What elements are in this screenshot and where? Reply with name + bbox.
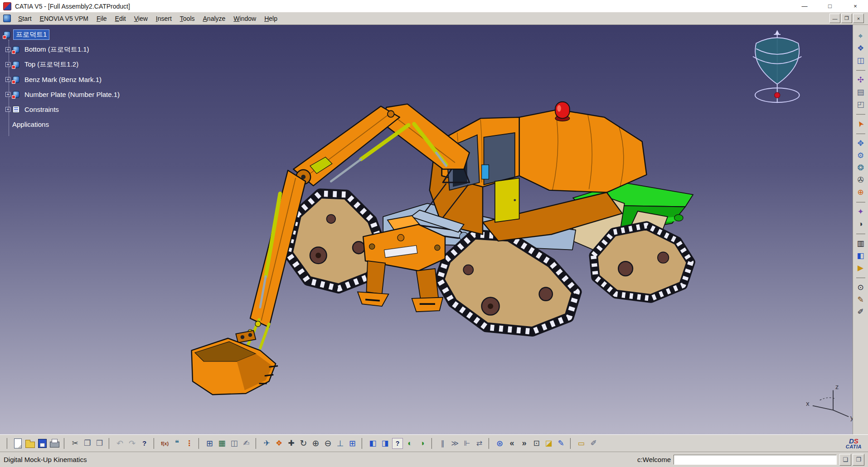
tree-label[interactable]: Benz Mark (Benz Mark.1) (22, 75, 104, 84)
update-icon[interactable]: ⊛ (494, 437, 506, 449)
hide-show-icon[interactable]: ◐ (404, 437, 416, 449)
menu-item-insert[interactable]: Insert (152, 13, 176, 24)
minimize-button[interactable]: — (792, 0, 817, 12)
replay-icon[interactable]: ✇ (854, 174, 867, 186)
knowledge-icon[interactable]: ⋮ (183, 437, 195, 449)
new-document-icon[interactable] (12, 437, 24, 449)
mdi-close-button[interactable]: × (853, 14, 864, 23)
visibility-swap-icon[interactable]: ◑ (416, 437, 428, 449)
redo-icon[interactable]: ↷ (126, 437, 138, 449)
track-icon[interactable]: ▥ (854, 237, 867, 250)
tree-label[interactable]: Bottom (프로덕트1.1) (22, 45, 92, 54)
zoom-in-icon[interactable]: ⊕ (310, 437, 322, 449)
measure-item-icon[interactable]: ✐ (587, 437, 600, 449)
menu-item-edit[interactable]: Edit (111, 13, 130, 24)
expand-icon[interactable]: + (5, 92, 10, 97)
maximize-button[interactable]: □ (817, 0, 843, 12)
section-list-icon[interactable]: ▤ (854, 86, 867, 98)
shuttle-icon[interactable]: ◧ (854, 250, 867, 262)
help-query-icon[interactable]: ? (392, 438, 403, 449)
beacon-light[interactable] (555, 102, 570, 121)
mdi-minimize-button[interactable]: — (829, 14, 840, 23)
menu-item-window[interactable]: Window (229, 13, 260, 24)
zoom-out-icon[interactable]: ⊖ (322, 437, 334, 449)
graph-icon[interactable]: ⊩ (461, 437, 473, 449)
fly-mode-icon[interactable]: ✈ (261, 437, 273, 449)
annotate-icon[interactable]: ✎ (555, 437, 567, 449)
viewport-frame-icon[interactable]: ◰ (854, 98, 867, 111)
bucket[interactable] (192, 331, 278, 395)
tree-label[interactable]: Number Plate (Number Plate.1) (22, 90, 122, 99)
power-input-icon[interactable]: ❐ (853, 454, 864, 466)
menu-item-tools[interactable]: Tools (176, 13, 199, 24)
dmu-joint-icon[interactable]: ✥ (854, 137, 867, 149)
pan-icon[interactable]: ✚ (285, 437, 297, 449)
menu-item-start[interactable]: Start (14, 13, 36, 24)
track-right[interactable] (593, 226, 691, 298)
expand-icon[interactable]: + (5, 47, 10, 52)
tree-label[interactable]: Top (프로덕트1.2) (22, 60, 81, 69)
menu-item-help[interactable]: Help (260, 13, 281, 24)
spreadsheet-icon[interactable]: ⊞ (204, 437, 216, 449)
magnify-icon[interactable]: ⊙ (854, 281, 867, 294)
formula-fx-icon[interactable]: f(x) (159, 437, 171, 449)
normal-view-icon[interactable]: ⊥ (334, 437, 346, 449)
split-window-icon[interactable]: ◫ (854, 54, 867, 67)
multi-view-icon[interactable]: ⊞ (346, 437, 359, 449)
command-input[interactable] (674, 455, 837, 465)
menu-item-view[interactable]: View (130, 13, 152, 24)
sketch-tracer-icon[interactable]: ✎ (854, 294, 867, 306)
mdi-restore-button[interactable]: ❐ (841, 14, 852, 23)
kinematics-forward-icon[interactable]: » (518, 437, 530, 449)
swap-icon[interactable]: ⇄ (473, 437, 485, 449)
rotate-icon[interactable]: ↻ (297, 437, 310, 449)
kinematics-back-icon[interactable]: « (506, 437, 518, 449)
options-icon[interactable]: ✍ (240, 437, 252, 449)
viewport-3d[interactable]: z x y 프로덕트1+Bottom (프로덕트1.1)+Top (프로덕트1.… (0, 24, 868, 434)
undo-icon[interactable]: ↶ (114, 437, 126, 449)
distance-band-icon[interactable]: ◑ (854, 218, 867, 230)
catalog-icon[interactable]: ◫ (228, 437, 240, 449)
design-table-icon[interactable]: ▦ (216, 437, 228, 449)
close-button[interactable]: × (843, 0, 868, 12)
expand-icon[interactable]: + (5, 62, 10, 67)
whats-this-icon[interactable]: ? (138, 437, 150, 449)
comment-icon[interactable]: ❝ (171, 437, 183, 449)
jump-forward-icon[interactable]: ≫ (449, 437, 461, 449)
camera-view-icon[interactable]: ⌖ (854, 30, 867, 42)
fit-all-icon[interactable]: ❖ (273, 437, 285, 449)
measure-between-icon[interactable]: ▭ (575, 437, 587, 449)
save-icon[interactable] (36, 437, 48, 449)
open-folder-icon[interactable] (24, 437, 36, 449)
compass[interactable] (753, 30, 801, 103)
mdi-window-controls: — ❐ × (829, 14, 866, 23)
copy-icon[interactable]: ❐ (81, 437, 93, 449)
graph-list-icon[interactable]: ❖ (854, 42, 867, 54)
sequence-icon[interactable]: ⊕ (854, 186, 867, 198)
doc-window-icon[interactable]: ❏ (839, 454, 851, 466)
toolbar-grip (856, 114, 865, 115)
mechanism-icon[interactable]: ⚙ (854, 149, 867, 162)
zoom-area-icon[interactable]: ⊡ (530, 437, 543, 449)
paste-icon[interactable]: ❒ (93, 437, 106, 449)
clash-icon[interactable]: ∥ (436, 437, 449, 449)
render-style-icon[interactable]: ◨ (379, 437, 391, 449)
expand-icon[interactable]: + (5, 77, 10, 82)
print-icon[interactable] (48, 437, 61, 449)
clash-analysis-icon[interactable]: ✦ (854, 206, 867, 218)
iso-view-icon[interactable]: ◧ (367, 437, 379, 449)
cut-icon[interactable]: ✂ (69, 437, 81, 449)
simulation-icon[interactable]: ❂ (854, 162, 867, 174)
tree-label[interactable]: Applications (10, 120, 51, 129)
select-arrow-icon[interactable]: ➤ (852, 116, 868, 132)
menu-item-file[interactable]: File (92, 13, 111, 24)
menu-item-analyze[interactable]: Analyze (199, 13, 230, 24)
tree-label[interactable]: 프로덕트1 (13, 29, 49, 40)
expand-icon[interactable]: + (5, 107, 10, 112)
tree-label[interactable]: Constraints (22, 105, 61, 114)
layers-icon[interactable]: ◪ (543, 437, 555, 449)
measure-tool-icon[interactable]: ✐ (854, 306, 867, 318)
dmu-review-icon[interactable]: ✣ (854, 74, 867, 86)
menu-item-enovia-v5-vpm[interactable]: ENOVIA V5 VPM (36, 13, 92, 24)
player-icon[interactable]: ▶ (854, 262, 867, 274)
